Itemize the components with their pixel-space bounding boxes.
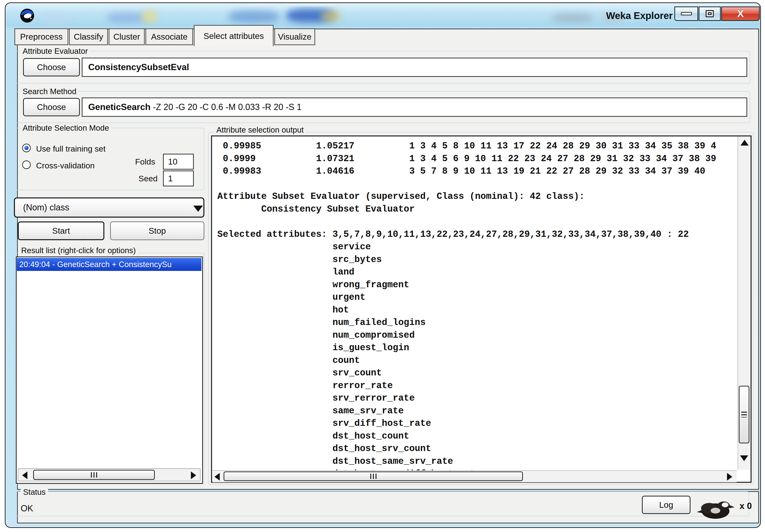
thumb-grip-icon <box>741 412 747 417</box>
titlebar-artifact <box>40 15 71 24</box>
scroll-left-icon[interactable] <box>215 473 220 481</box>
result-list-hscroll-thumb[interactable] <box>33 470 155 480</box>
tab-label: Preprocess <box>20 32 63 42</box>
start-label: Start <box>52 226 70 236</box>
radio-use-full-training-set[interactable] <box>22 143 31 152</box>
attribute-evaluator-label: Attribute Evaluator <box>20 47 90 56</box>
stop-label: Stop <box>149 226 166 236</box>
log-counter: x 0 <box>740 501 752 511</box>
seed-input[interactable]: 1 <box>163 170 194 186</box>
search-choose-button[interactable]: Choose <box>23 98 80 116</box>
tab-classify[interactable]: Classify <box>69 28 108 45</box>
start-button[interactable]: Start <box>18 221 104 240</box>
tab-select-attributes[interactable]: Select attributes <box>194 25 274 46</box>
titlebar-artifact <box>107 13 146 23</box>
thumb-grip-icon <box>91 472 97 477</box>
output-label: Attribute selection output <box>214 126 306 134</box>
status-label: Status <box>21 488 48 497</box>
minimize-button[interactable] <box>674 6 698 21</box>
tab-label: Select attributes <box>204 31 264 41</box>
maximize-icon <box>706 10 714 17</box>
class-attribute-value: (Nom) class <box>23 202 69 212</box>
output-hscrollbar[interactable] <box>213 470 737 482</box>
scroll-left-icon[interactable] <box>22 471 27 479</box>
search-method-options: -Z 20 -G 20 -C 0.6 -M 0.033 -R 20 -S 1 <box>151 102 302 112</box>
radio-cross-validation[interactable] <box>22 160 31 169</box>
close-icon: X <box>737 9 744 19</box>
scroll-right-icon[interactable] <box>191 471 196 479</box>
output-vscrollbar[interactable] <box>738 136 751 470</box>
weka-bird-icon <box>695 497 736 521</box>
output-hscroll-thumb[interactable] <box>224 471 523 481</box>
titlebar-artifact <box>321 12 341 21</box>
selection-mode-label: Attribute Selection Mode <box>20 124 112 133</box>
tab-cluster[interactable]: Cluster <box>109 28 145 45</box>
class-attribute-dropdown[interactable]: (Nom) class <box>14 197 204 218</box>
screenshot-stage: Weka Explorer X Preprocess Classify Clus… <box>0 0 765 532</box>
titlebar-artifact <box>142 10 157 23</box>
maximize-button[interactable] <box>699 6 721 21</box>
result-listbox[interactable] <box>16 257 203 484</box>
seed-label: Seed <box>139 174 158 183</box>
search-method-label: Search Method <box>20 87 79 96</box>
search-method-field[interactable]: GeneticSearch -Z 20 -G 20 -C 0.6 -M 0.03… <box>82 98 747 117</box>
scroll-down-icon[interactable] <box>740 455 748 461</box>
evaluator-choose-button[interactable]: Choose <box>23 58 80 76</box>
tab-associate[interactable]: Associate <box>146 28 193 45</box>
evaluator-value: ConsistencySubsetEval <box>88 62 189 72</box>
folds-value: 10 <box>168 157 178 166</box>
scroll-up-icon[interactable] <box>740 140 749 145</box>
log-label: Log <box>659 500 673 510</box>
thumb-grip-icon <box>370 474 377 479</box>
result-list-label: Result list (right-click for options) <box>19 246 138 255</box>
tab-label: Associate <box>151 32 188 42</box>
weka-app-icon <box>19 8 35 23</box>
tab-label: Cluster <box>114 32 140 42</box>
minimize-icon <box>681 12 692 15</box>
tab-label: Classify <box>74 32 103 42</box>
result-list-item-selected[interactable]: 20:49:04 - GeneticSearch + ConsistencySu <box>17 258 202 271</box>
status-group <box>16 491 749 516</box>
tab-preprocess[interactable]: Preprocess <box>14 28 68 45</box>
output-text: 0.99985 1.05217 1 3 4 5 8 10 11 13 17 22… <box>217 140 716 480</box>
result-list-hscrollbar[interactable] <box>18 468 201 481</box>
result-item-label: 20:49:04 - GeneticSearch + ConsistencySu <box>19 260 172 269</box>
radio-full-label[interactable]: Use full training set <box>36 144 106 153</box>
titlebar-artifact <box>229 11 279 23</box>
folds-label: Folds <box>135 157 155 166</box>
radio-cv-label[interactable]: Cross-validation <box>36 161 95 170</box>
dropdown-arrow-icon <box>193 206 203 212</box>
close-button[interactable]: X <box>721 6 760 21</box>
output-vscroll-thumb[interactable] <box>739 386 749 443</box>
status-value: OK <box>21 503 33 513</box>
scroll-right-icon[interactable] <box>727 473 732 481</box>
tab-label: Visualize <box>278 32 311 42</box>
attribute-selection-output[interactable]: 0.99985 1.05217 1 3 4 5 8 10 11 13 17 22… <box>211 135 752 483</box>
choose-label: Choose <box>37 102 66 112</box>
log-button[interactable]: Log <box>642 496 690 514</box>
choose-label: Choose <box>37 63 66 72</box>
evaluator-field[interactable]: ConsistencySubsetEval <box>82 58 747 77</box>
window-title: Weka Explorer <box>570 10 673 21</box>
stop-button[interactable]: Stop <box>110 221 204 240</box>
seed-value: 1 <box>168 174 173 183</box>
tab-visualize[interactable]: Visualize <box>274 28 315 45</box>
search-method-value: GeneticSearch <box>88 102 151 112</box>
folds-input[interactable]: 10 <box>163 154 194 169</box>
